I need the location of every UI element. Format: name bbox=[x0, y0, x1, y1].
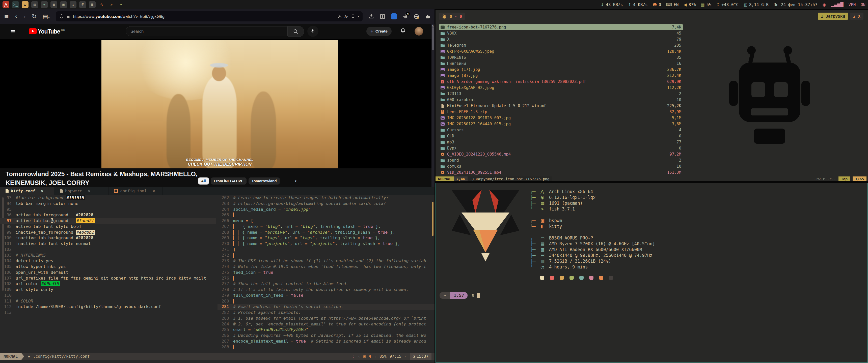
pane-divider bbox=[216, 195, 216, 356]
library-icon[interactable] bbox=[380, 13, 385, 19]
close-icon[interactable]: × bbox=[88, 189, 90, 193]
code-line: 269{ name = "tags", url = "tags", traili… bbox=[217, 235, 434, 241]
chevrons-indicator-icon[interactable]: » bbox=[108, 1, 115, 8]
file-row[interactable]: GkFPR-GXUAACWSS.jpeg128,4K bbox=[439, 48, 683, 55]
file-row[interactable]: gomuks10 bbox=[439, 163, 683, 169]
chips-more-icon[interactable]: › bbox=[295, 177, 297, 184]
zip-icon bbox=[440, 110, 445, 114]
globe-privacy-icon[interactable] bbox=[413, 13, 420, 20]
bookmark-icon[interactable] bbox=[351, 14, 355, 19]
video-figure-head bbox=[212, 66, 226, 81]
list-app-icon[interactable]: ≡ bbox=[89, 1, 96, 8]
translate-icon[interactable]: Aˣ bbox=[344, 14, 348, 19]
browser-scrollbar[interactable]: ▲ bbox=[432, 24, 434, 187]
yazi-tab[interactable]: 1 Загрузки bbox=[818, 12, 848, 20]
browser-menu-icon[interactable]: ≡ bbox=[4, 13, 9, 20]
statusline-colon: : bbox=[352, 354, 355, 359]
code-line: 98active_tab_font_style bold bbox=[0, 224, 216, 230]
file-row[interactable]: Пингвины16 bbox=[439, 61, 683, 67]
telegram-app-icon[interactable]: ✈ bbox=[41, 1, 48, 8]
editor-pane-config-toml[interactable]: 262# Learn how to create these images in… bbox=[217, 195, 434, 353]
code-line: 100inactive_tab_background #282828 bbox=[0, 235, 216, 241]
youtube-logo-icon bbox=[29, 28, 37, 34]
file-row[interactable]: MiniFuse1_Firmware_Update_1_5_0_212_win.… bbox=[439, 103, 683, 109]
bookmark-caret-icon[interactable]: ▾ bbox=[358, 14, 359, 18]
video-player[interactable]: BECOME A MEMBER OF THE CHANNEL CHECK OUT… bbox=[0, 39, 434, 168]
tilde-indicator-icon[interactable]: ~ bbox=[118, 1, 124, 8]
arch-launcher-icon[interactable]: ⋀ bbox=[2, 1, 9, 8]
yazi-tab[interactable]: 2 X bbox=[850, 12, 864, 20]
editor-tab-bspwmrc[interactable]: bspwmrc× bbox=[54, 187, 108, 195]
close-icon[interactable]: × bbox=[41, 189, 43, 193]
file-row[interactable]: image (8).jpg212,4K bbox=[439, 73, 683, 79]
hash-app-icon[interactable]: # bbox=[79, 1, 86, 8]
file-row[interactable]: X79 bbox=[439, 36, 683, 42]
editor-right-scrollbar[interactable] bbox=[432, 202, 434, 236]
url-text[interactable]: https://www.youtube.com/watch?v=5b8A-jgx… bbox=[73, 14, 335, 19]
file-row[interactable]: TORRENTS35 bbox=[439, 55, 683, 61]
file-row[interactable]: OLD0 bbox=[439, 133, 683, 139]
extensions-puzzle-icon[interactable] bbox=[425, 13, 431, 19]
screenshot-tool-icon[interactable]: × bbox=[402, 13, 408, 19]
download-app-icon[interactable]: ↓ bbox=[70, 1, 76, 8]
search-field[interactable] bbox=[130, 29, 281, 34]
file-row[interactable]: VID_20241130_092551.mp4151,3M bbox=[439, 169, 683, 175]
search-button[interactable] bbox=[288, 26, 304, 37]
filter-chip[interactable]: Tomorrowland bbox=[249, 177, 280, 185]
reload-icon[interactable]: ↻ bbox=[32, 13, 37, 20]
file-permissions: -rw-r--r-- bbox=[814, 177, 836, 181]
code-line: 101inactive_tab_font_style normal bbox=[0, 241, 216, 247]
folder-icon bbox=[440, 140, 445, 144]
net-down: ↓43 KB/s bbox=[601, 2, 623, 7]
windows-app-icon[interactable]: ▦ bbox=[51, 1, 57, 8]
file-row[interactable]: Q_VIDEO_20241220_085546.mp497,2M bbox=[439, 151, 683, 157]
close-icon[interactable]: × bbox=[153, 189, 155, 193]
scroll-up-icon[interactable]: ▲ bbox=[432, 24, 434, 27]
files-app-icon[interactable]: ▤ bbox=[31, 1, 38, 8]
video-frame[interactable]: BECOME A MEMBER OF THE CHANNEL CHECK OUT… bbox=[101, 40, 338, 168]
terminal-app-icon[interactable]: >_ bbox=[12, 1, 19, 8]
image-viewer-app-icon[interactable]: ▣ bbox=[60, 1, 67, 8]
file-row[interactable]: IMG_20250123_164440_015.jpg3,6M bbox=[439, 121, 683, 127]
shield-icon[interactable] bbox=[59, 14, 64, 19]
shell-prompt[interactable]: ~ 1.57 $ bbox=[439, 292, 480, 299]
code-line: 279full_content_in_feed = false bbox=[217, 293, 434, 299]
youtube-menu-icon[interactable]: ≡ bbox=[10, 28, 16, 35]
file-row[interactable]: Буря0 bbox=[439, 145, 683, 151]
youtube-logo[interactable]: YouTube RU bbox=[29, 28, 65, 35]
file-row[interactable]: 000-razobrat10 bbox=[439, 97, 683, 103]
file-row[interactable]: GkC0yLaXgAAP-H2.jpeg112,2K bbox=[439, 85, 683, 91]
filter-chip[interactable]: From iNEGATIVE bbox=[211, 177, 247, 185]
voice-search-button[interactable] bbox=[307, 26, 318, 37]
file-row[interactable]: Lens-FREE-1.3.zip32,9M bbox=[439, 109, 683, 115]
back-icon[interactable]: ‹ bbox=[15, 13, 17, 20]
file-row[interactable]: Cursors4 bbox=[439, 127, 683, 133]
terminal-window[interactable]: ┌─⋀Arch Linux x86_64├─◉6.12.16-lqx1-1-lq… bbox=[435, 183, 868, 363]
filter-chip[interactable]: All bbox=[198, 177, 209, 185]
scrollbar-thumb[interactable] bbox=[432, 27, 434, 50]
kitty-app-icon[interactable]: ◒ bbox=[22, 1, 29, 8]
file-row[interactable]: sound2 bbox=[439, 157, 683, 163]
url-bar[interactable]: https://www.youtube.com/watch?v=5b8A-jgx… bbox=[56, 11, 363, 22]
create-button[interactable]: + Create bbox=[366, 27, 392, 36]
file-row[interactable]: 1231132 bbox=[439, 91, 683, 97]
download-icon[interactable] bbox=[369, 13, 374, 19]
forward-icon[interactable]: › bbox=[23, 13, 26, 20]
editor-tab-config.toml[interactable]: Tconfig.toml× bbox=[108, 187, 163, 195]
file-row[interactable]: free-icon-bot-7167276.png7,4K bbox=[439, 24, 683, 30]
pulse-indicator-icon[interactable]: ∿ bbox=[98, 1, 105, 8]
file-row[interactable]: Telegram205 bbox=[439, 42, 683, 48]
search-input[interactable] bbox=[126, 26, 288, 36]
notifications-bell-button[interactable] bbox=[400, 27, 406, 33]
file-row[interactable]: image (17).jpg236,7K bbox=[439, 67, 683, 73]
rss-icon[interactable] bbox=[337, 14, 342, 19]
editor-tab-kitty.conf[interactable]: kitty.conf× bbox=[0, 187, 54, 195]
editor-pane-kitty-conf[interactable]: 93#tab_bar_background #16161694tab_bar_m… bbox=[0, 195, 216, 353]
file-row[interactable]: IMG_20250128_091825_007.jpg5,1M bbox=[439, 115, 683, 121]
avatar[interactable] bbox=[414, 27, 423, 36]
file-row[interactable]: oth_A_ardor-gaming-wakizashi_instrukcia_… bbox=[439, 79, 683, 85]
raindrop-extension-icon[interactable] bbox=[391, 13, 397, 20]
file-row[interactable]: VBOX45 bbox=[439, 30, 683, 36]
reader-view-icon[interactable]: ▤▾ bbox=[43, 13, 50, 20]
file-row[interactable]: mp377 bbox=[439, 139, 683, 145]
